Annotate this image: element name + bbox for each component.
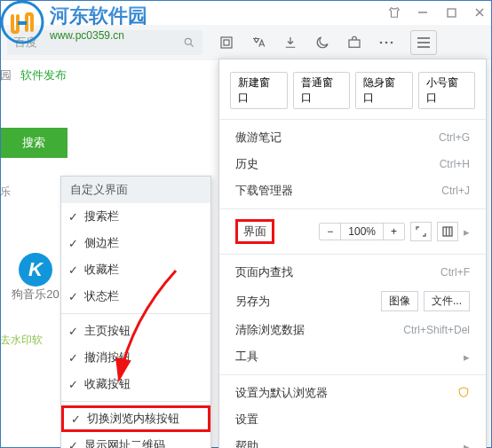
submenu-item-favbar[interactable]: 收藏栏 [61,256,210,283]
svg-rect-16 [443,227,452,236]
submenu-title: 自定义界面 [61,177,210,203]
menu-history[interactable]: 历史Ctrl+H [219,151,486,177]
menu-help[interactable]: 帮助▸ [219,433,486,448]
menu-default[interactable]: 设置为默认浏览器 [219,380,486,406]
download-icon[interactable] [282,35,298,51]
chevron-right-icon: ▸ [464,350,470,364]
menu-clear[interactable]: 清除浏览数据Ctrl+Shift+Del [219,317,486,343]
search-button[interactable]: 搜索 [0,128,67,158]
menu-find[interactable]: 页面内查找Ctrl+F [219,259,486,286]
search-icon[interactable] [183,36,195,49]
submenu-item-fav[interactable]: 收藏按钮 [61,371,210,397]
svg-point-10 [385,42,388,44]
skin-icon[interactable] [387,5,401,20]
menu-note[interactable]: 傲游笔记Ctrl+G [219,124,486,151]
submenu-item-qrcode[interactable]: 显示网址二维码 [61,432,210,448]
save-image-button[interactable]: 图像 [381,291,418,311]
submenu-item-sidebar[interactable]: 侧边栏 [61,230,210,256]
translate-icon[interactable] [250,35,266,51]
submenu-separator [61,401,210,402]
zoom-out-button[interactable]: − [320,224,341,240]
logo-text: 河东软件园 [50,3,147,29]
svg-point-4 [185,38,191,44]
svg-point-11 [391,42,393,44]
small-window-button[interactable]: 小号窗口 [418,72,476,109]
submenu-item-home[interactable]: 主页按钮 [61,318,210,344]
maximize-icon[interactable] [444,5,458,20]
custom-ui-submenu: 自定义界面 搜索栏 侧边栏 收藏栏 状态栏 主页按钮 撤消按钮 收藏按钮 切换浏… [60,176,211,448]
incognito-window-button[interactable]: 隐身窗口 [355,72,413,109]
submenu-item-statusbar[interactable]: 状态栏 [61,283,210,310]
submenu-separator [61,313,210,314]
menu-downloads[interactable]: 下载管理器Ctrl+J [219,177,486,204]
logo-url: www.pc0359.cn [50,29,147,42]
fullscreen-button[interactable] [410,222,432,241]
close-icon[interactable] [472,5,487,20]
minimize-icon[interactable] [416,5,430,20]
svg-point-9 [380,42,383,44]
submenu-item-undo[interactable]: 撤消按钮 [61,344,210,371]
submenu-item-switch-core[interactable]: 切换浏览内核按钮 [61,405,210,432]
zoom-value: 100% [341,224,384,240]
menu-separator [219,374,486,375]
new-window-button[interactable]: 新建窗口 [230,72,288,109]
shield-icon [457,386,470,401]
breadcrumb: 园 软件发布 [0,62,71,89]
zoom-in-button[interactable]: + [384,224,404,240]
menu-button[interactable] [410,30,437,55]
main-menu: 新建窗口 普通窗口 隐身窗口 小号窗口 傲游笔记Ctrl+G 历史Ctrl+H … [218,59,487,448]
svg-rect-1 [448,9,456,17]
svg-rect-6 [221,37,232,48]
chevron-right-icon: ▸ [464,440,470,449]
breadcrumb-b[interactable]: 软件发布 [20,67,67,83]
toolbox-icon[interactable] [346,35,362,51]
svg-rect-8 [349,40,360,47]
screenshot-icon[interactable] [218,35,234,51]
menu-separator [219,119,486,120]
window-row: 新建窗口 普通窗口 隐身窗口 小号窗口 [219,67,486,114]
logo-icon [0,0,44,44]
menu-ui[interactable]: 界面 − 100% + ▸ [219,214,486,249]
svg-line-5 [191,44,194,47]
ui-expand-icon[interactable]: ▸ [464,225,470,239]
kugou-label: 狗音乐20 [12,287,59,303]
menu-separator [219,254,486,255]
menu-saveas[interactable]: 另存为 图像 文件... [219,286,486,317]
menu-tools[interactable]: 工具▸ [219,343,486,370]
split-button[interactable] [437,222,458,241]
nightmode-icon[interactable] [314,35,330,51]
more-icon[interactable] [378,40,394,45]
kugou-icon: K [19,253,52,287]
menu-settings[interactable]: 设置 [219,406,486,433]
save-file-button[interactable]: 文件... [424,291,470,311]
menu-separator [219,208,486,209]
submenu-item-searchbar[interactable]: 搜索栏 [61,203,210,230]
normal-window-button[interactable]: 普通窗口 [293,72,351,109]
breadcrumb-a[interactable]: 园 [0,67,12,83]
zoom-group: − 100% + [319,223,405,240]
svg-rect-7 [224,40,229,45]
site-watermark: 河东软件园 www.pc0359.cn [0,0,147,44]
